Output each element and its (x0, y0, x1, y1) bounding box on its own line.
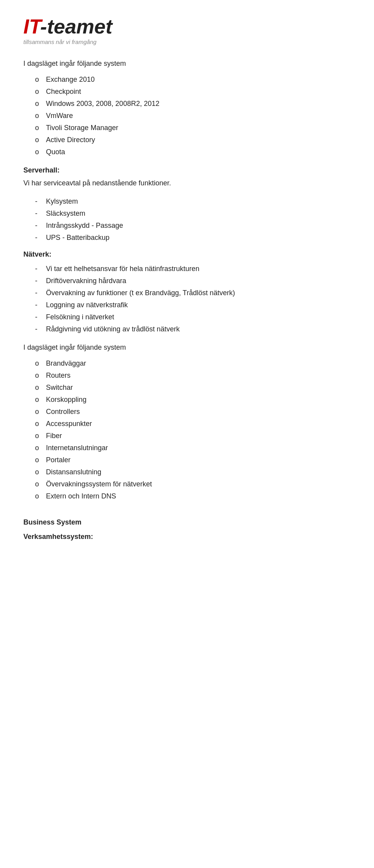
list-item: Driftövervakning hårdvara (35, 276, 351, 286)
list-item: Kylsystem (35, 196, 351, 207)
natverk-label: Nätverk: (23, 249, 351, 260)
list-item: Släcksystem (35, 208, 351, 219)
list-item: Controllers (35, 407, 351, 417)
logo: IT-teamet tillsammans når vi framgång (23, 16, 351, 47)
list-item: Distansanslutning (35, 467, 351, 477)
business-system-heading: Business System (23, 517, 351, 528)
list-item: Accesspunkter (35, 419, 351, 429)
serverhall-list: Kylsystem Släcksystem Intrångsskydd - Pa… (35, 196, 351, 243)
list-item: Routers (35, 370, 351, 381)
list-item: Quota (35, 147, 351, 157)
list-item: Portaler (35, 455, 351, 465)
list-item: Active Directory (35, 135, 351, 145)
second-system-list: Brandväggar Routers Switchar Korskopplin… (35, 358, 351, 502)
first-system-list: Exchange 2010 Checkpoint Windows 2003, 2… (35, 74, 351, 157)
list-item: Exchange 2010 (35, 74, 351, 85)
logo-teamet: teamet (47, 15, 113, 38)
list-item: Checkpoint (35, 86, 351, 97)
natverk-list: Vi tar ett helhetsansvar för hela nätinf… (35, 264, 351, 335)
logo-tagline: tillsammans når vi framgång (23, 38, 351, 47)
verksamhetssystem-label: Verksamhetssystem: (23, 532, 351, 542)
second-intro-heading: I dagsläget ingår följande system (23, 342, 351, 353)
serverhall-text: Vi har serviceavtal på nedanstående funk… (23, 178, 351, 188)
list-item: Internetanslutningar (35, 443, 351, 453)
serverhall-label: Serverhall: (23, 165, 351, 176)
logo-title: IT-teamet (23, 16, 351, 38)
list-item: Extern och Intern DNS (35, 491, 351, 502)
logo-dash: - (40, 15, 47, 38)
list-item: Tivoli Storage Manager (35, 123, 351, 133)
list-item: Övervakningssystem för nätverket (35, 479, 351, 489)
list-item: Windows 2003, 2008, 2008R2, 2012 (35, 99, 351, 109)
list-item: UPS - Batteribackup (35, 232, 351, 243)
list-item: Switchar (35, 382, 351, 393)
list-item: VmWare (35, 111, 351, 121)
list-item: Övervakning av funktioner (t ex Brandväg… (35, 288, 351, 298)
list-item: Brandväggar (35, 358, 351, 369)
list-item: Intrångsskydd - Passage (35, 220, 351, 231)
list-item: Rådgivning vid utökning av trådlöst nätv… (35, 324, 351, 335)
list-item: Loggning av nätverkstrafik (35, 300, 351, 310)
list-item: Fiber (35, 431, 351, 441)
list-item: Vi tar ett helhetsansvar för hela nätinf… (35, 264, 351, 274)
list-item: Felsökning i nätverket (35, 312, 351, 322)
list-item: Korskoppling (35, 394, 351, 405)
intro-heading: I dagsläget ingår följande system (23, 58, 351, 69)
logo-it: IT (23, 15, 40, 38)
